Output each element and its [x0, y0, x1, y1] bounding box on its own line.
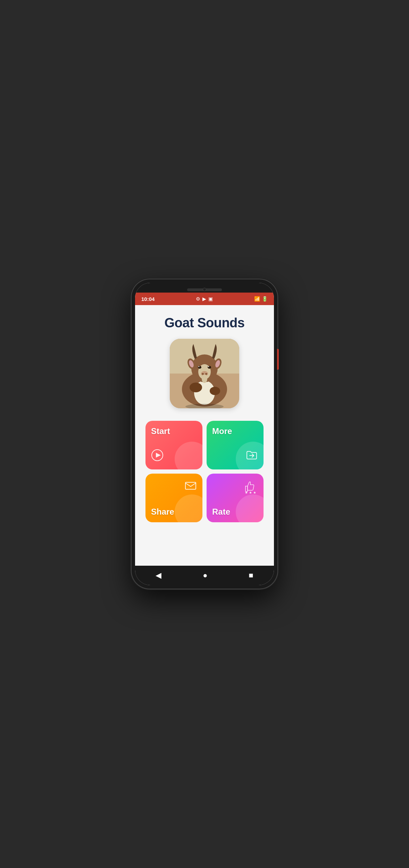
battery-icon: 🔋 — [262, 296, 268, 302]
rate-button[interactable]: ★ ★ ★ Rate — [207, 474, 264, 522]
envelope-icon — [184, 479, 197, 494]
share-label: Share — [151, 507, 174, 517]
svg-text:★ ★ ★: ★ ★ ★ — [245, 491, 256, 494]
svg-point-8 — [199, 366, 200, 367]
phone-device: 10:04 ⚙ ▶ ▣ 📶 🔋 Goat Sounds — [132, 279, 277, 589]
svg-point-18 — [190, 383, 202, 392]
goat-image — [170, 339, 239, 408]
svg-rect-23 — [185, 482, 196, 489]
svg-point-9 — [208, 366, 209, 367]
rate-label: Rate — [212, 507, 230, 517]
bottom-nav: ◀ ● ■ — [135, 566, 274, 585]
status-right: 📶 🔋 — [254, 296, 268, 302]
status-bar: 10:04 ⚙ ▶ ▣ 📶 🔋 — [135, 293, 274, 305]
status-time: 10:04 — [141, 296, 155, 302]
more-button[interactable]: More — [207, 421, 264, 469]
notch-bar — [135, 283, 274, 293]
svg-point-19 — [210, 387, 220, 395]
svg-point-6 — [198, 366, 201, 369]
nav-recents-button[interactable]: ■ — [242, 568, 260, 583]
svg-point-11 — [202, 373, 204, 375]
svg-point-17 — [202, 375, 207, 383]
play-icon — [151, 449, 164, 464]
phone-screen: 10:04 ⚙ ▶ ▣ 📶 🔋 Goat Sounds — [135, 283, 274, 585]
folder-icon — [245, 449, 258, 464]
start-button[interactable]: Start — [145, 421, 202, 469]
sd-card-icon: ▣ — [208, 296, 213, 302]
svg-marker-22 — [156, 453, 161, 458]
svg-point-12 — [205, 373, 207, 375]
camera — [203, 288, 206, 291]
app-title: Goat Sounds — [165, 316, 245, 330]
nav-home-button[interactable]: ● — [196, 568, 214, 583]
thumbsup-stars-icon: ★ ★ ★ — [243, 479, 258, 497]
signal-icon: 📶 — [254, 296, 260, 302]
start-label: Start — [151, 426, 170, 436]
gear-icon: ⚙ — [196, 296, 200, 302]
nav-back-button[interactable]: ◀ — [149, 568, 168, 583]
status-icons: ⚙ ▶ ▣ — [196, 296, 213, 302]
app-content: Goat Sounds — [135, 305, 274, 566]
buttons-grid: Start More — [145, 421, 264, 522]
more-label: More — [212, 426, 232, 436]
svg-point-7 — [208, 366, 211, 369]
share-button[interactable]: Share — [145, 474, 202, 522]
play-status-icon: ▶ — [202, 296, 206, 302]
